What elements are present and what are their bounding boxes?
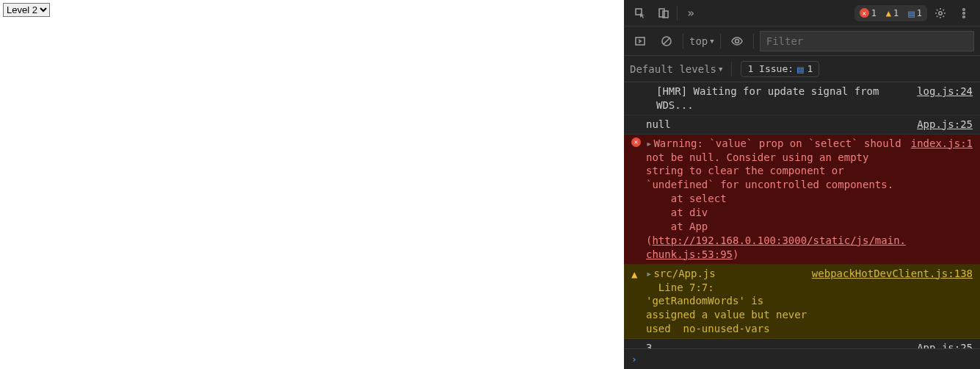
warning-icon: ▲ <box>631 267 642 336</box>
console-message: 3App.js:25 <box>624 339 980 348</box>
console-message: ▲▸src/App.js Line 7:7: 'getRandomWords' … <box>624 265 980 339</box>
settings-gear-icon[interactable] <box>930 3 951 24</box>
live-expression-eye-icon[interactable] <box>727 31 747 51</box>
source-link[interactable]: App.js:25 <box>917 118 973 132</box>
console-message: [HMR] Waiting for update signal from WDS… <box>624 82 980 115</box>
stack-link[interactable]: http://192.168.0.100:3000/static/js/main… <box>646 234 906 260</box>
message-text: null <box>646 118 912 132</box>
console-message: nullApp.js:25 <box>624 115 980 135</box>
level-select[interactable]: Level 1Level 2Level 3 <box>3 3 50 17</box>
devtools-top-toolbar: » ✕1 ▲1 ▤1 <box>624 0 980 26</box>
inspect-element-icon[interactable] <box>630 3 650 24</box>
console-messages: [HMR] Waiting for update signal from WDS… <box>624 82 980 348</box>
warning-icon: ▲ <box>886 8 891 18</box>
console-toolbar: top▼ <box>624 26 980 56</box>
chevron-down-icon: ▼ <box>710 37 714 45</box>
message-text: ▸src/App.js Line 7:7: 'getRandomWords' i… <box>646 267 807 336</box>
source-link[interactable]: webpackHotDevClient.js:138 <box>812 267 973 336</box>
source-link[interactable]: index.js:1 <box>911 137 973 262</box>
svg-point-3 <box>939 11 942 14</box>
console-message: ✕▸Warning: `value` prop on `select` shou… <box>624 135 980 265</box>
message-text: 3 <box>646 341 912 348</box>
device-toggle-icon[interactable] <box>653 3 674 24</box>
message-text: ▸Warning: `value` prop on `select` shoul… <box>646 137 907 262</box>
issues-button[interactable]: 1 Issue: ▤ 1 <box>741 61 819 77</box>
console-prompt[interactable]: › <box>624 348 980 369</box>
message-text: [HMR] Waiting for update signal from WDS… <box>656 85 912 112</box>
source-link[interactable]: log.js:24 <box>917 85 973 112</box>
console-sidebar-toggle-icon[interactable] <box>630 31 650 51</box>
log-levels-selector[interactable]: Default levels▼ <box>630 63 722 75</box>
svg-point-6 <box>963 15 965 18</box>
expand-triangle-icon[interactable]: ▸ <box>646 268 652 279</box>
expand-triangle-icon[interactable]: ▸ <box>646 137 652 149</box>
more-tabs-chevron-icon[interactable]: » <box>680 3 701 24</box>
error-icon: ✕ <box>860 8 869 18</box>
warning-count: 1 <box>893 8 899 18</box>
status-badges[interactable]: ✕1 ▲1 ▤1 <box>854 5 927 21</box>
source-link[interactable]: App.js:25 <box>917 341 973 348</box>
svg-point-9 <box>735 39 738 43</box>
svg-point-5 <box>963 12 965 14</box>
devtools-panel: » ✕1 ▲1 ▤1 top▼ Default levels▼ 1 Issue:… <box>624 0 980 369</box>
issue-icon: ▤ <box>908 7 914 19</box>
filter-input[interactable] <box>760 31 974 51</box>
error-icon: ✕ <box>631 137 642 262</box>
chevron-down-icon: ▼ <box>719 65 722 73</box>
svg-point-4 <box>963 8 965 10</box>
issue-chat-icon: ▤ <box>797 63 803 75</box>
context-selector[interactable]: top▼ <box>689 35 714 47</box>
issue-count-badge: 1 <box>917 8 922 18</box>
error-count: 1 <box>871 8 876 18</box>
clear-console-icon[interactable] <box>656 31 677 51</box>
svg-rect-1 <box>659 9 664 17</box>
console-filter-bar: Default levels▼ 1 Issue: ▤ 1 <box>624 56 980 82</box>
kebab-menu-icon[interactable] <box>954 3 974 24</box>
